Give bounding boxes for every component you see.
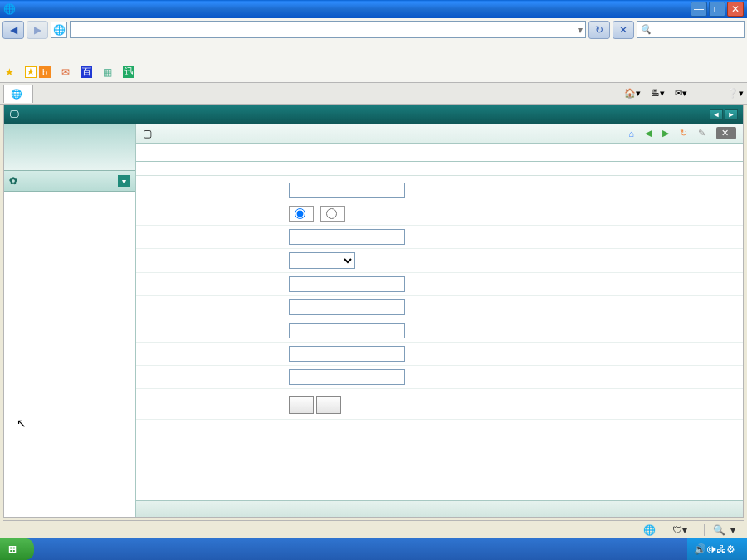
tab-feed-icon[interactable]: 🖶▾ [651, 88, 665, 99]
forward-button[interactable]: ▶ [27, 21, 48, 39]
refresh-button[interactable]: ↻ [588, 21, 610, 39]
link-exit[interactable]: ✕ [716, 127, 736, 139]
app-footer [136, 500, 743, 517]
tab-read-icon[interactable]: ✉▾ [675, 88, 687, 99]
submit-button[interactable] [289, 396, 314, 414]
app-sidebar: ✿ ▾ [4, 124, 135, 517]
browser-navbar: ◀ ▶ 🌐 ▾ ↻ ✕ 🔍 [0, 18, 747, 41]
app-topbar: ▢ ⌂ ◀ ▶ ↻ ✎ ✕ [136, 124, 743, 144]
sidebar-header: ✿ ▾ [4, 170, 135, 192]
app-content [136, 162, 743, 500]
link-forward[interactable]: ▶ [662, 127, 671, 139]
tab-home-icon[interactable]: 🏠▾ [624, 88, 641, 99]
favorites-star[interactable]: ★ [5, 66, 17, 78]
app-viewport: 🖵 ◄ ► ✿ ▾ ▢ ⌂ ◀ [3, 105, 744, 518]
label-qq [136, 366, 284, 389]
window-icon: ▢ [143, 128, 152, 139]
start-button[interactable]: ⊞ [0, 538, 34, 560]
zoom-level[interactable]: 🔍 ▾ [704, 524, 735, 536]
link-password[interactable]: ✎ [698, 127, 708, 139]
input-addr[interactable] [289, 299, 405, 315]
fav-gallery[interactable]: ▦ [103, 66, 115, 78]
browser-tab[interactable]: 🌐 [3, 85, 33, 103]
fav-xunlei[interactable]: 迅 [123, 66, 137, 78]
stop-button[interactable]: ✕ [613, 21, 634, 39]
back-button[interactable]: ◀ [2, 21, 24, 39]
label-age [136, 226, 284, 249]
reset-button[interactable] [316, 396, 341, 414]
app-main: ▢ ⌂ ◀ ▶ ↻ ✎ ✕ [135, 124, 743, 517]
tray-icons[interactable]: 🔊🕪🖧⚙ [694, 543, 735, 555]
tab-help-icon[interactable]: ❔▾ [727, 88, 744, 99]
protected-mode-icon: 🛡▾ [672, 524, 687, 536]
status-internet: 🌐 [643, 524, 656, 536]
link-home[interactable]: ⌂ [628, 127, 637, 139]
label-tel [136, 319, 284, 343]
label-email [136, 343, 284, 366]
browser-menubar [0, 41, 747, 61]
window-titlebar: 🌐 — □ ✕ [0, 0, 747, 18]
app-nav-fwd[interactable]: ► [725, 109, 738, 120]
fav-hotmail[interactable]: ✉ [61, 66, 72, 78]
gear-icon: ✿ [9, 175, 17, 187]
close-button[interactable]: ✕ [727, 2, 744, 17]
input-name[interactable] [289, 183, 405, 198]
link-refresh[interactable]: ↻ [680, 127, 690, 139]
browser-tabbar: 🌐 🏠▾ 🖶▾ ✉▾ ❔▾ [0, 83, 747, 105]
input-tel[interactable] [289, 323, 405, 338]
input-position[interactable] [289, 276, 405, 292]
system-tray[interactable]: 🔊🕪🖧⚙ [687, 538, 747, 560]
input-email[interactable] [289, 346, 405, 362]
app-daterow [136, 144, 743, 162]
employee-form [136, 179, 743, 420]
monitor-icon: 🖵 [9, 109, 19, 120]
label-gender [136, 202, 284, 226]
search-input[interactable]: 🔍 [637, 21, 745, 38]
link-back[interactable]: ◀ [645, 127, 654, 139]
favorites-bar: ★ ★b ✉ 百 ▦ 迅 [0, 61, 747, 83]
ie-icon: 🌐 [3, 3, 16, 15]
label-name [136, 179, 284, 202]
fav-suggest[interactable]: ★b [25, 66, 53, 78]
label-edu [136, 249, 284, 273]
page-icon: 🌐 [51, 22, 67, 38]
label-position [136, 273, 284, 296]
page-title [136, 162, 743, 176]
input-qq[interactable] [289, 369, 405, 385]
app-logo [4, 124, 135, 170]
windows-taskbar: ⊞ 🔊🕪🖧⚙ [0, 538, 747, 560]
select-edu[interactable] [289, 252, 355, 269]
sidebar-tree [4, 192, 135, 517]
browser-statusbar: 🌐 🛡▾ 🔍 ▾ [3, 520, 744, 538]
sidebar-collapse-button[interactable]: ▾ [118, 175, 130, 187]
minimize-button[interactable]: — [691, 2, 707, 17]
app-nav-back[interactable]: ◄ [710, 109, 723, 120]
radio-male[interactable] [289, 206, 314, 222]
radio-female[interactable] [320, 206, 345, 222]
app-titlebar: 🖵 ◄ ► [4, 105, 743, 124]
input-age[interactable] [289, 229, 405, 245]
fav-baidu[interactable]: 百 [81, 66, 95, 78]
label-addr [136, 296, 284, 319]
address-bar[interactable]: ▾ [70, 21, 586, 38]
maximize-button[interactable]: □ [709, 2, 725, 17]
